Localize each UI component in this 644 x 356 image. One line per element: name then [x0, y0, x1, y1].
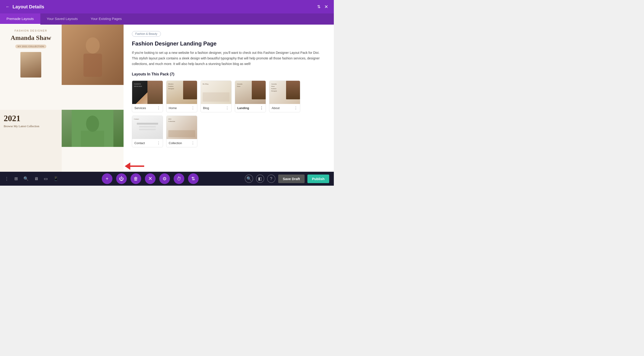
svg-point-3 [86, 116, 99, 132]
preview-panel: FASHION DESIGNER Amanda Shaw MY 2021 COL… [0, 25, 124, 186]
thumbnail-home-label: Home ⋮ [166, 104, 197, 112]
thumbnail-home-name: Home [169, 106, 177, 110]
arrow-head [125, 162, 130, 170]
layout-description: If you're looking to set up a new websit… [132, 50, 326, 67]
thumbnail-home-menu[interactable]: ⋮ [191, 106, 195, 110]
thumb-text-home: ModernFashionDesigner [168, 83, 174, 90]
toolbar-search-right-icon[interactable]: 🔍 [245, 174, 253, 183]
toolbar-layers-icon[interactable]: ◧ [256, 174, 264, 183]
toolbar-right: 🔍 ◧ ? Save Draft Publish [245, 174, 329, 183]
thumbnail-landing-menu[interactable]: ⋮ [260, 106, 263, 110]
toolbar-desktop-icon[interactable]: 🖥 [34, 175, 38, 182]
category-badge: Fashion & Beauty [132, 31, 161, 37]
publish-button[interactable]: Publish [308, 174, 329, 183]
modal-header: ← Layout Details ⇅ ✕ [0, 0, 334, 14]
back-icon[interactable]: ← [6, 5, 10, 9]
preview-left-top: FASHION DESIGNER Amanda Shaw MY 2021 COL… [0, 25, 62, 110]
thumbnail-collection-image: 2021Collection [166, 116, 197, 139]
arrow-indicator [125, 162, 144, 170]
svg-rect-1 [84, 54, 102, 77]
thumb-text-contact: Contact [134, 118, 139, 120]
modal-title: Layout Details [12, 4, 317, 10]
thumbnail-collection-name: Collection [169, 141, 182, 145]
modal-content: FASHION DESIGNER Amanda Shaw MY 2021 COL… [0, 25, 334, 186]
toolbar-left: ⋮ ⊞ 🔍 🖥 ▭ 📱 [5, 175, 56, 182]
sort-icon[interactable]: ⇅ [317, 4, 320, 9]
thumbnail-about[interactable]: AmandaShawFashionDesigner About ⋮ [269, 81, 300, 112]
thumb-text-collection: 2021Collection [168, 118, 175, 123]
close-icon[interactable]: ✕ [324, 4, 328, 10]
preview-right-top [62, 25, 123, 110]
thumb-portrait-home [183, 81, 197, 99]
thumbnail-landing-label: Landing ⋮ [235, 104, 266, 112]
thumbnail-home-image: ModernFashionDesigner [166, 81, 197, 104]
thumb-text-about: AmandaShawFashionDesigner [271, 83, 277, 92]
add-module-button[interactable]: + [102, 173, 112, 184]
thumbnail-blog-menu[interactable]: ⋮ [225, 106, 229, 110]
tab-existing-pages[interactable]: Your Existing Pages [84, 14, 128, 25]
thumbnail-contact-menu[interactable]: ⋮ [157, 141, 160, 145]
save-draft-button[interactable]: Save Draft [278, 174, 304, 183]
thumbnail-blog-image: My Blog [201, 81, 231, 104]
thumbnail-services-image: FASHIONDESIGNER [132, 81, 163, 104]
tab-saved-layouts[interactable]: Your Saved Layouts [40, 14, 84, 25]
preview-name-heading: Amanda Shaw [11, 34, 51, 42]
sort-button[interactable]: ⇅ [188, 173, 199, 184]
toolbar-tablet-icon[interactable]: ▭ [44, 175, 48, 182]
thumbnail-contact[interactable]: Contact Contact ⋮ [132, 116, 163, 147]
thumb-text-blog: My Blog [202, 83, 208, 85]
preview-designer-label: FASHION DESIGNER [14, 29, 47, 32]
preview-badge: MY 2021 COLLECTION [15, 45, 46, 48]
preview-bottom-right [62, 110, 123, 172]
toolbar-menu-icon[interactable]: ⋮ [5, 175, 9, 182]
thumb-portrait-about [286, 81, 300, 99]
pack-title: Layouts In This Pack (7) [132, 72, 326, 76]
thumbnail-about-menu[interactable]: ⋮ [294, 106, 298, 110]
toolbar-center: + ⏻ 🗑 ✕ ⚙ ⏱ ⇅ [56, 173, 245, 184]
thumbnail-blog-name: Blog [203, 106, 209, 110]
svg-rect-4 [81, 131, 104, 147]
close-main-button[interactable]: ✕ [145, 173, 156, 184]
svg-point-0 [86, 37, 100, 54]
thumb-portrait-services [148, 81, 163, 104]
trash-button[interactable]: 🗑 [130, 173, 141, 184]
preview-bottom-left: 2021 Browse My Latest Collection [0, 110, 62, 172]
thumbnail-blog-label: Blog ⋮ [201, 104, 231, 112]
thumbnail-blog[interactable]: My Blog Blog ⋮ [200, 81, 232, 112]
layout-details-modal: ← Layout Details ⇅ ✕ Premade Layouts You… [0, 0, 334, 186]
tab-premade-layouts[interactable]: Premade Layouts [0, 14, 40, 25]
thumbnail-collection-menu[interactable]: ⋮ [191, 141, 195, 145]
thumb-portrait-landing [252, 81, 266, 99]
thumbnail-about-image: AmandaShawFashionDesigner [270, 81, 300, 104]
history-button[interactable]: ⏱ [174, 173, 184, 184]
layout-title: Fashion Designer Landing Page [132, 40, 326, 47]
toolbar-search-icon[interactable]: 🔍 [24, 175, 28, 182]
preview-subtitle: Browse My Latest Collection [4, 124, 58, 128]
thumbnail-home[interactable]: ModernFashionDesigner Home ⋮ [166, 81, 197, 112]
thumbnail-landing[interactable]: AmandaShaw Landing ⋮ [235, 81, 266, 112]
preview-grid: FASHION DESIGNER Amanda Shaw MY 2021 COL… [0, 25, 124, 172]
preview-year: 2021 [4, 113, 58, 123]
thumbnail-services-menu[interactable]: ⋮ [157, 106, 160, 110]
tab-bar: Premade Layouts Your Saved Layouts Your … [0, 14, 334, 25]
arrow-body [130, 165, 144, 167]
thumbnail-services[interactable]: FASHIONDESIGNER Services ⋮ [132, 81, 163, 112]
thumbnail-collection-label: Collection ⋮ [166, 139, 197, 147]
settings-button[interactable]: ⚙ [159, 173, 170, 184]
preview-container: FASHION DESIGNER Amanda Shaw MY 2021 COL… [0, 25, 124, 172]
preview-portrait-small [20, 52, 41, 78]
preview-bottom-image [62, 110, 123, 147]
thumbnail-collection[interactable]: 2021Collection Collection ⋮ [166, 116, 197, 147]
detail-panel: Fashion & Beauty Fashion Designer Landin… [124, 25, 334, 186]
bottom-toolbar: ⋮ ⊞ 🔍 🖥 ▭ 📱 + ⏻ 🗑 ✕ ⚙ ⏱ ⇅ 🔍 ◧ ? Save Dra… [0, 172, 334, 186]
thumbnail-contact-image: Contact [132, 116, 163, 139]
toolbar-help-icon[interactable]: ? [267, 174, 276, 183]
thumbnails-grid: FASHIONDESIGNER Services ⋮ ModernFashion… [132, 81, 326, 147]
power-button[interactable]: ⏻ [116, 173, 127, 184]
preview-portrait-main [62, 25, 123, 85]
thumb-text-services: FASHIONDESIGNER [134, 83, 142, 88]
thumb-text-landing: AmandaShaw [237, 83, 242, 88]
thumbnail-services-name: Services [134, 106, 146, 110]
toolbar-grid-icon[interactable]: ⊞ [14, 175, 18, 182]
thumbnail-contact-name: Contact [134, 141, 145, 145]
